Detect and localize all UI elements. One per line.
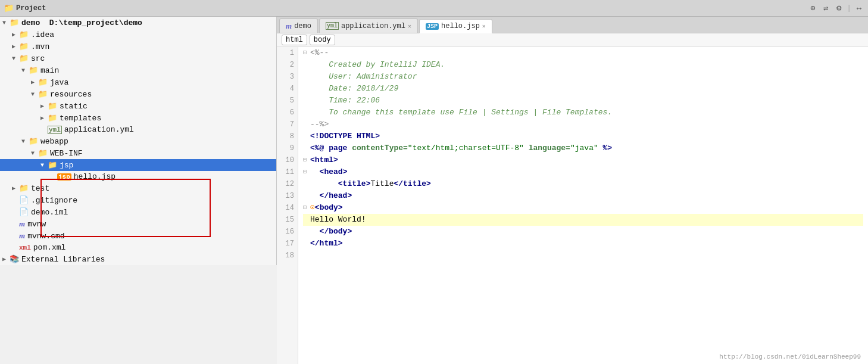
tree-label-resources: resources	[50, 90, 92, 99]
tree-label-webinf: WEB-INF	[50, 149, 83, 158]
fold-18	[303, 250, 309, 262]
file-icon-pom: xml	[19, 244, 31, 251]
tree-item-mvnw[interactable]: m mvnw	[0, 218, 276, 230]
code-line-17: </html>	[303, 238, 863, 250]
arrow-src	[12, 55, 19, 62]
tree-item-ext-libs[interactable]: 📚 External Libraries	[0, 253, 276, 265]
arrow-ext-libs	[2, 256, 10, 263]
tab-hello-jsp[interactable]: JSP hello.jsp ✕	[419, 19, 492, 33]
tree-item-hello-jsp[interactable]: jsp hello.jsp	[0, 171, 276, 182]
tab-close-jsp[interactable]: ✕	[482, 23, 486, 30]
tree-item-gitignore[interactable]: 📄 .gitignore	[0, 194, 276, 206]
fold-3	[303, 71, 309, 83]
folder-icon-main: 📁	[29, 66, 38, 75]
folder-icon-resources: 📁	[38, 89, 48, 99]
tab-application-yml[interactable]: yml application.yml ✕	[319, 18, 418, 33]
arrow-jsp	[40, 162, 48, 169]
file-icon-mvnwcmd: m	[19, 231, 25, 241]
tree-label-static: static	[60, 102, 88, 111]
folder-icon-static: 📁	[48, 101, 57, 111]
tree-item-mvnw-cmd[interactable]: m mvnw.cmd	[0, 230, 276, 242]
tree-item-pom-xml[interactable]: xml pom.xml	[0, 242, 276, 253]
tree-label-demo-iml: demo.iml	[31, 208, 68, 217]
sync-icon[interactable]: ⇌	[820, 3, 831, 14]
code-line-8: <!DOCTYPE HTML>	[303, 130, 863, 142]
fold-10[interactable]: ⊟	[303, 154, 309, 166]
breadcrumb: html body	[277, 33, 868, 47]
arrow-webinf	[31, 150, 38, 157]
file-icon-iml: 📄	[19, 207, 29, 217]
arrow-idea	[12, 31, 19, 38]
tab-close-yml[interactable]: ✕	[408, 23, 411, 30]
tabs-bar: m demo yml application.yml ✕ JSP hello.j…	[277, 17, 868, 33]
tab-demo[interactable]: m demo	[279, 18, 318, 33]
toolbar-icons: ⊕ ⇌ ⚙ | ↔	[807, 3, 864, 14]
code-editor[interactable]: 1 2 3 4 5 6 7 8 9 10 11 12 13 14 15 16 1…	[277, 47, 868, 364]
tree-item-main[interactable]: 📁 main	[0, 64, 276, 76]
line-num-14: 14	[280, 202, 294, 214]
arrow-java	[31, 79, 38, 86]
tree-item-static[interactable]: 📁 static	[0, 100, 276, 112]
tab-label-yml: application.yml	[341, 22, 405, 30]
breadcrumb-html[interactable]: html	[282, 35, 307, 45]
tree-label-application-yml: application.yml	[64, 125, 134, 134]
tree-item-src[interactable]: 📁 src	[0, 52, 276, 64]
folder-icon-idea: 📁	[19, 30, 29, 39]
tree-label-ext-libs: External Libraries	[21, 255, 105, 264]
line-num-8: 8	[280, 130, 294, 142]
tree-label-test: test	[31, 184, 49, 193]
layout-icon[interactable]: ↔	[854, 3, 864, 14]
line-num-17: 17	[280, 238, 294, 250]
tab-icon-demo: m	[286, 21, 292, 31]
arrow-webapp	[21, 138, 29, 145]
line-num-10: 10	[280, 154, 294, 166]
tree-label-demo: demo D:\temp_project\demo	[21, 18, 142, 27]
code-line-2: Created by IntelliJ IDEA.	[303, 59, 863, 71]
tree-item-webapp[interactable]: 📁 webapp	[0, 135, 276, 147]
fold-15	[303, 214, 309, 226]
fold-9	[303, 142, 309, 154]
tree-item-webinf[interactable]: 📁 WEB-INF	[0, 147, 276, 159]
sidebar: 📁 demo D:\temp_project\demo 📁 .idea 📁 .m…	[0, 17, 277, 265]
code-line-11: ⊟ <head>	[303, 166, 863, 178]
tree-item-demo-iml[interactable]: 📄 demo.iml	[0, 206, 276, 218]
tree-item-jsp[interactable]: 📁 jsp	[0, 159, 276, 171]
add-icon[interactable]: ⊕	[807, 3, 818, 14]
code-line-18	[303, 250, 863, 262]
tree-item-java[interactable]: 📁 java	[0, 76, 276, 88]
fold-1[interactable]: ⊟	[303, 47, 309, 59]
fold-11[interactable]: ⊟	[303, 166, 309, 178]
tree-label-java: java	[50, 78, 68, 87]
settings-icon[interactable]: ⚙	[833, 3, 844, 14]
tree-item-templates[interactable]: 📁 templates	[0, 112, 276, 124]
tree-item-mvn[interactable]: 📁 .mvn	[0, 41, 276, 52]
fold-5	[303, 95, 309, 107]
tree-item-idea[interactable]: 📁 .idea	[0, 29, 276, 41]
code-line-1: ⊟<%--	[303, 47, 863, 59]
tree-label-src: src	[31, 54, 45, 63]
fold-7	[303, 119, 309, 130]
tree-item-demo[interactable]: 📁 demo D:\temp_project\demo	[0, 17, 276, 29]
tree-item-resources[interactable]: 📁 resources	[0, 88, 276, 100]
fold-14[interactable]: ⊟	[303, 202, 309, 214]
tree-item-application-yml[interactable]: yml application.yml	[0, 124, 276, 135]
folder-icon-mvn: 📁	[19, 42, 29, 51]
tab-label-demo: demo	[294, 22, 311, 30]
code-line-9: <%@ page contentType="text/html;charset=…	[303, 142, 863, 154]
code-line-3: User: Administrator	[303, 71, 863, 83]
tree-label-templates: templates	[60, 114, 101, 123]
project-icon: 📁	[4, 3, 14, 13]
panel-title: Project	[16, 4, 805, 13]
folder-icon-src: 📁	[19, 54, 29, 63]
folder-icon-test: 📁	[19, 183, 29, 193]
breadcrumb-body[interactable]: body	[310, 35, 335, 45]
fold-4	[303, 83, 309, 95]
arrow-test	[12, 185, 19, 192]
folder-icon-webinf: 📁	[38, 148, 48, 158]
tree-label-hello-jsp: hello.jsp	[74, 172, 115, 181]
line-num-18: 18	[280, 250, 294, 262]
line-num-12: 12	[280, 178, 294, 190]
tree-item-test[interactable]: 📁 test	[0, 182, 276, 194]
fold-16	[303, 226, 309, 238]
fold-6	[303, 107, 309, 119]
